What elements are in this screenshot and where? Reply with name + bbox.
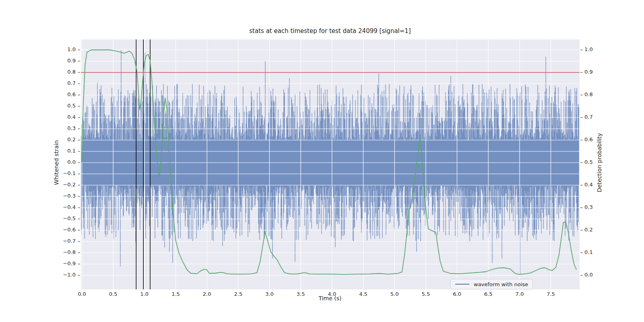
y-tick-label-left: −0.8 [52,249,76,255]
y-tick-label-left: −0.6 [52,227,76,233]
y-tick-label-right: 0.7 [584,114,593,120]
y-tick-label-left: 0.4 [52,114,76,120]
x-tick-label: 7.5 [543,291,559,297]
y-tick-label-right: 0.5 [584,159,593,165]
y-tick-label-left: 0.7 [52,80,76,86]
y-tick-label-right: 0.8 [584,91,593,97]
y-tick-label-left: −0.1 [52,170,76,176]
y-tick-label-left: −0.4 [52,204,76,210]
x-tick-label: 0.0 [74,291,90,297]
x-tick-label: 6.5 [480,291,496,297]
y-tick-label-left: 0.5 [52,103,76,109]
y-tick-label-left: 0.0 [52,159,76,165]
x-tick-label: 4.5 [355,291,372,297]
legend: waveform with noise [450,279,533,289]
legend-label: waveform with noise [474,281,528,287]
x-tick-label: 1.5 [167,291,184,297]
x-tick-label: 2.0 [199,291,215,297]
y-tick-label-left: 0.9 [52,58,76,64]
x-tick-label: 3.5 [293,291,309,297]
y-tick-label-right: 0.3 [584,204,593,210]
x-tick-label: 5.0 [386,291,402,297]
legend-line-sample-icon [455,284,469,285]
y-tick-label-right: 0.0 [584,272,593,278]
y-tick-label-left: 0.6 [52,91,76,97]
y-tick-label-right: 0.2 [584,227,593,233]
y-tick-label-left: −0.3 [52,193,76,199]
y-tick-label-left: −1.0 [52,272,76,278]
x-tick-label: 5.5 [418,291,434,297]
y-tick-label-left: 0.3 [52,125,76,131]
y-tick-label-left: 0.1 [52,148,76,154]
y-tick-label-right: 0.6 [584,136,593,142]
x-tick-label: 2.5 [230,291,246,297]
y-tick-label-right: 1.0 [584,46,593,52]
x-tick-label: 7.0 [512,291,528,297]
y-tick-label-left: −0.7 [52,238,76,244]
y-tick-label-left: −0.9 [52,260,76,266]
chart-title: stats at each timestep for test data 240… [249,27,411,35]
y-tick-label-left: 0.8 [52,69,76,75]
y-tick-label-left: −0.2 [52,182,76,188]
y-tick-label-left: −0.5 [52,215,76,221]
plot-area [81,39,580,289]
y-tick-label-right: 0.9 [584,69,593,75]
y-tick-label-left: 0.2 [52,136,76,142]
y-tick-label-right: 0.1 [584,249,593,255]
x-tick-label: 1.0 [136,291,153,297]
y-tick-label-right: 0.4 [584,182,593,188]
x-tick-label: 0.5 [105,291,121,297]
x-tick-label: 3.0 [262,291,278,297]
y-tick-label-left: 1.0 [52,46,76,52]
x-tick-label: 6.0 [449,291,465,297]
chart-figure: stats at each timestep for test data 240… [0,0,644,322]
y-axis-label-right: Detection probability [596,133,603,192]
x-tick-label: 4.0 [324,291,340,297]
